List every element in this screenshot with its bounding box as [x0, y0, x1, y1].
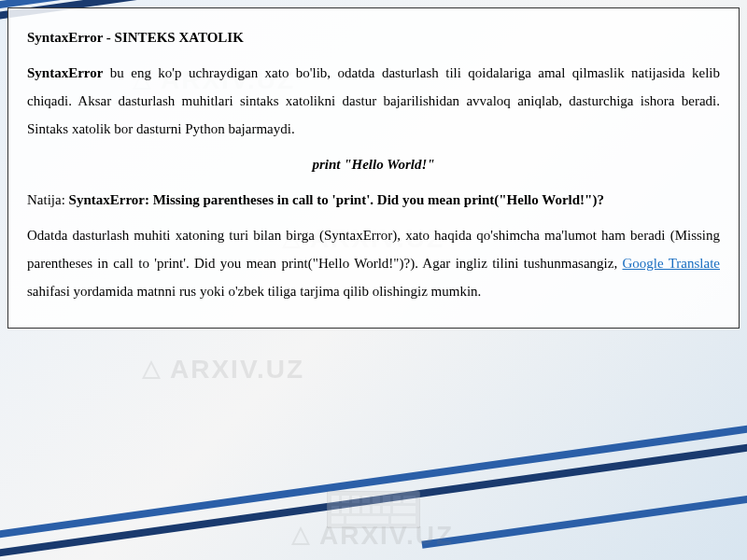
- svg-rect-17: [346, 516, 388, 524]
- svg-rect-14: [383, 506, 390, 513]
- svg-rect-16: [331, 516, 344, 524]
- keyboard-icon: [327, 491, 420, 532]
- intro-text: bu eng ko'p uchraydigan xato bo'lib, oda…: [27, 65, 720, 136]
- result-paragraph: Natija: SyntaxError: Missing parentheses…: [27, 186, 720, 214]
- svg-rect-6: [383, 496, 390, 503]
- explanation-after: sahifasi yordamida matnni rus yoki o'zbe…: [27, 284, 481, 299]
- document-heading: SyntaxError - SINTEKS XATOLIK: [27, 23, 720, 51]
- svg-rect-12: [362, 506, 370, 513]
- explanation-before: Odatda dasturlash muhiti xatoning turi b…: [27, 228, 720, 271]
- svg-rect-7: [393, 496, 401, 503]
- svg-rect-10: [342, 506, 349, 513]
- explanation-paragraph: Odatda dasturlash muhiti xatoning turi b…: [27, 221, 720, 305]
- svg-rect-5: [373, 496, 380, 503]
- svg-rect-8: [403, 496, 416, 503]
- svg-rect-11: [352, 506, 359, 513]
- svg-rect-3: [352, 496, 359, 503]
- intro-bold-term: SyntaxError: [27, 65, 103, 80]
- code-example: print "Hello World!": [27, 150, 720, 178]
- result-label: Natija:: [27, 192, 69, 207]
- svg-rect-13: [373, 506, 380, 513]
- watermark: ARXIV.UZ: [140, 355, 304, 385]
- svg-rect-2: [342, 496, 349, 503]
- svg-rect-0: [327, 491, 420, 528]
- watermark: ARXIV.UZ: [289, 521, 454, 551]
- svg-rect-4: [362, 496, 370, 503]
- intro-paragraph: SyntaxError bu eng ko'p uchraydigan xato…: [27, 59, 720, 143]
- result-error-text: SyntaxError: Missing parentheses in call…: [69, 192, 604, 207]
- google-translate-link[interactable]: Google Translate: [623, 256, 720, 271]
- document-content: SyntaxError - SINTEKS XATOLIK SyntaxErro…: [7, 7, 740, 329]
- svg-rect-9: [331, 506, 339, 513]
- svg-rect-1: [331, 496, 339, 503]
- svg-rect-18: [391, 516, 416, 524]
- svg-rect-15: [393, 506, 416, 513]
